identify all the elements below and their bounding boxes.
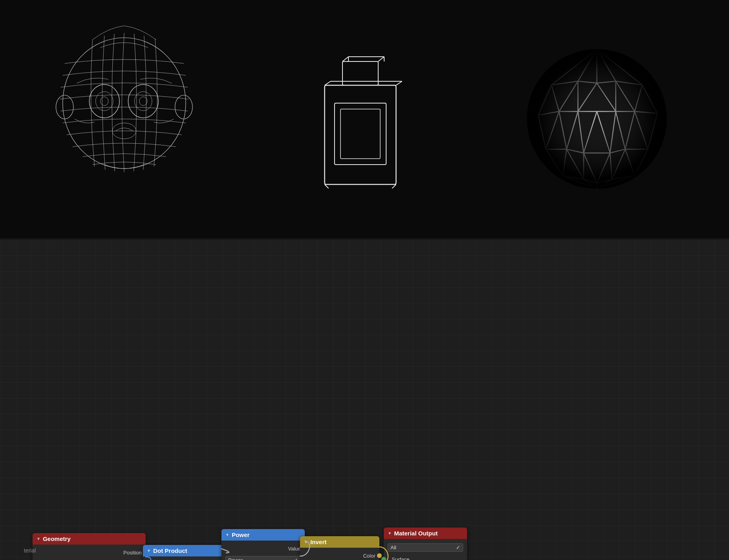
power-collapse[interactable]: ▼ — [225, 533, 229, 537]
node-editor-bottom-label: terial — [24, 547, 36, 554]
svg-point-4 — [128, 84, 158, 118]
svg-rect-13 — [340, 109, 380, 159]
power-dropdown-arrow: ✓ — [294, 557, 298, 560]
svg-point-0 — [63, 38, 186, 169]
invert-color-out-socket[interactable] — [377, 553, 382, 558]
svg-line-18 — [392, 184, 396, 188]
geometry-node-header[interactable]: ▼ Geometry — [33, 533, 146, 545]
power-header[interactable]: ▼ Power — [221, 529, 305, 541]
power-node: ▼ Power Value Power ✓ Clamp — [221, 529, 305, 560]
svg-rect-10 — [325, 85, 396, 184]
dot-product-header[interactable]: ▼ Dot Product — [143, 545, 226, 556]
svg-point-1 — [89, 84, 119, 118]
bottle-wireframe — [309, 36, 412, 202]
invert-node: ▼ Invert Color Fac: 1.000 Color — [300, 536, 379, 560]
viewport-area — [0, 0, 729, 238]
monkey-wireframe — [53, 24, 204, 214]
invert-body: Color Fac: 1.000 Color — [300, 548, 379, 560]
geodesic-sphere — [517, 40, 676, 198]
dot-product-collapse[interactable]: ▼ — [147, 548, 151, 553]
svg-point-2 — [96, 92, 113, 111]
dot-product-node: ▼ Dot Product Value Dot Product ✓ Vector — [143, 545, 226, 560]
power-body: Value Power ✓ Clamp Value: 5 — [221, 541, 305, 560]
power-value-out-label: Value — [288, 546, 301, 552]
svg-point-92 — [527, 49, 667, 189]
power-value-out-row: Value — [221, 544, 305, 553]
svg-point-8 — [56, 95, 73, 119]
material-output-title: Material Output — [394, 530, 438, 537]
material-output-header[interactable]: ▼ Material Output — [384, 527, 467, 539]
invert-color-out-row: Color — [300, 551, 379, 560]
geometry-node-body: Position Normal Tangent True Normal Inco… — [33, 545, 146, 560]
invert-title: Invert — [310, 539, 327, 545]
geometry-position-label: Position — [123, 550, 142, 556]
geometry-node: ▼ Geometry Position Normal Tangent True … — [33, 533, 146, 560]
svg-line-17 — [325, 184, 329, 188]
svg-point-9 — [175, 95, 192, 119]
material-output-surface-socket[interactable] — [381, 557, 386, 560]
invert-color-out-label: Color — [363, 553, 375, 559]
material-output-dropdown-arrow: ✓ — [456, 545, 460, 550]
svg-point-5 — [135, 92, 152, 111]
material-output-body: All ✓ Surface Volume Displacement — [384, 539, 467, 560]
power-dropdown-row: Power ✓ — [221, 555, 305, 560]
svg-line-25 — [378, 57, 384, 61]
material-output-surface-label: Surface — [392, 556, 410, 560]
wires-layer — [0, 240, 729, 560]
node-connections-svg — [0, 240, 729, 560]
power-dropdown[interactable]: Power ✓ — [225, 556, 301, 560]
node-editor-label-text: terial — [24, 547, 36, 554]
svg-line-22 — [396, 81, 402, 85]
svg-line-24 — [342, 57, 348, 61]
geometry-position-row: Position — [33, 548, 146, 557]
power-dropdown-value: Power — [228, 557, 243, 560]
invert-collapse[interactable]: ▼ — [304, 540, 308, 544]
svg-line-21 — [325, 81, 331, 85]
material-output-node: ▼ Material Output All ✓ Surface Volume — [384, 527, 467, 560]
dot-product-title: Dot Product — [153, 547, 187, 554]
svg-point-3 — [100, 97, 108, 105]
material-output-dropdown-row: All ✓ — [384, 542, 467, 553]
geometry-collapse-arrow[interactable]: ▼ — [37, 537, 40, 541]
material-output-dropdown-value: All — [390, 545, 396, 550]
material-output-surface-row: Surface — [384, 554, 467, 560]
material-output-collapse[interactable]: ▼ — [388, 531, 392, 535]
power-title: Power — [232, 531, 250, 538]
node-editor: ▼ Geometry Position Normal Tangent True … — [0, 240, 729, 560]
geometry-normal-row: Normal — [33, 557, 146, 560]
dot-product-body: Value Dot Product ✓ Vector Vector — [143, 556, 226, 560]
svg-rect-12 — [335, 103, 386, 165]
geometry-node-title: Geometry — [43, 535, 71, 542]
svg-point-6 — [139, 97, 147, 105]
invert-header[interactable]: ▼ Invert — [300, 536, 379, 548]
material-output-dropdown[interactable]: All ✓ — [388, 543, 463, 552]
